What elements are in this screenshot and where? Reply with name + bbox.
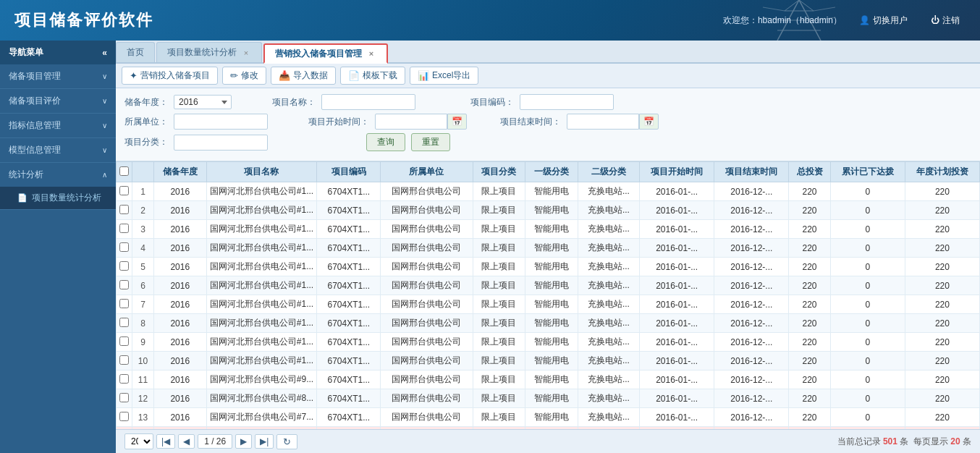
table-row[interactable]: 7 2016 国网河北邢台供电公司#1... 6704XT1... 国网邢台供电…	[117, 295, 980, 314]
row-number: 11	[132, 371, 154, 389]
row-checkbox[interactable]	[119, 393, 129, 402]
sidebar-item-cuxiang[interactable]: 储备项目管理 ∨	[0, 64, 116, 88]
sidebar-item-zhibiao[interactable]: 指标信息管理 ∨	[0, 114, 116, 137]
row-total: 220	[789, 239, 830, 258]
sidebar-item-tongji[interactable]: 统计分析 ∧	[0, 163, 116, 187]
table-row[interactable]: 3 2016 国网河北邢台供电公司#1... 6704XT1... 国网邢台供电…	[117, 220, 980, 239]
row-checkbox[interactable]	[119, 299, 129, 308]
table-row[interactable]: 5 2016 国网河北邢台供电公司#1... 6704XT1... 国网邢台供电…	[117, 258, 980, 276]
table-row[interactable]: 1 2016 国网河北邢台供电公司#1... 6704XT1... 国网邢台供电…	[117, 182, 980, 201]
sidebar-item-moxing[interactable]: 模型信息管理 ∨	[0, 138, 116, 162]
main-layout: 导航菜单 « 储备项目管理 ∨ 储备项目评价 ∨ 指标信息管理 ∨ 模型信息管理	[0, 41, 980, 453]
page-size-select[interactable]: 20 10 50 100	[124, 433, 153, 449]
query-button[interactable]: 查询	[366, 133, 405, 151]
first-page-button[interactable]: |◀	[156, 434, 175, 449]
refresh-button[interactable]: ↻	[276, 434, 297, 449]
row-checkbox-cell[interactable]	[117, 408, 132, 427]
project-code-input[interactable]	[520, 94, 614, 110]
add-project-button[interactable]: ✦ 营销投入储备项目	[122, 67, 218, 85]
row-checkbox-cell[interactable]	[117, 333, 132, 352]
last-page-button[interactable]: ▶|	[255, 434, 274, 449]
table-row[interactable]: 11 2016 国网河北邢台供电公司#9... 6704XT1... 国网邢台供…	[117, 371, 980, 389]
tab-home[interactable]: 首页	[116, 42, 155, 62]
row-checkbox[interactable]	[119, 280, 129, 289]
template-download-button[interactable]: 📄 模板下载	[340, 67, 405, 85]
col-unit: 所属单位	[381, 162, 473, 182]
row-start: 2016-01-...	[640, 371, 714, 389]
row-checkbox-cell[interactable]	[117, 371, 132, 389]
tab-marketing[interactable]: 营销投入储备项目管理 ×	[263, 43, 388, 64]
select-all-checkbox[interactable]	[119, 166, 129, 176]
tab-stats[interactable]: 项目数量统计分析 ×	[156, 42, 262, 62]
row-checkbox-cell[interactable]	[117, 220, 132, 239]
sidebar-sub-item-stats[interactable]: 📄 项目数量统计分析	[0, 187, 116, 209]
row-checkbox-cell[interactable]	[117, 182, 132, 201]
excel-export-button[interactable]: 📊 Excel导出	[410, 67, 478, 85]
table-row[interactable]: 9 2016 国网河北邢台供电公司#1... 6704XT1... 国网邢台供电…	[117, 333, 980, 352]
project-name-input[interactable]	[321, 94, 415, 110]
row-checkbox-cell[interactable]	[117, 201, 132, 220]
import-button[interactable]: 📥 导入数据	[271, 67, 336, 85]
row-checkbox-cell[interactable]	[117, 276, 132, 295]
unit-input[interactable]	[174, 114, 268, 130]
year-select[interactable]: 2016 2015 2017 2018	[174, 95, 232, 109]
table-row[interactable]: 2 2016 国网河北邢台供电公司#1... 6704XT1... 国网邢台供电…	[117, 201, 980, 220]
sidebar-collapse-icon[interactable]: «	[102, 48, 107, 58]
row-checkbox-cell[interactable]	[117, 295, 132, 314]
row-checkbox[interactable]	[119, 412, 129, 421]
table-row[interactable]: 4 2016 国网河北邢台供电公司#1... 6704XT1... 国网邢台供电…	[117, 239, 980, 258]
table-row[interactable]: 12 2016 国网河北邢台供电公司#8... 6704XT1... 国网邢台供…	[117, 389, 980, 408]
row-checkbox-cell[interactable]	[117, 314, 132, 333]
close-tab-stats[interactable]: ×	[241, 48, 251, 58]
prev-page-button[interactable]: ◀	[178, 434, 195, 449]
row-checkbox[interactable]	[119, 186, 129, 195]
row-reached: 0	[830, 182, 905, 201]
row-checkbox[interactable]	[119, 355, 129, 365]
row-code: 6704XT1...	[317, 295, 381, 314]
row-annual: 220	[905, 201, 979, 220]
end-time-input[interactable]	[567, 114, 639, 130]
row-checkbox-cell[interactable]	[117, 239, 132, 258]
row-name: 国网河北邢台供电公司#1...	[206, 182, 317, 201]
table-row[interactable]: 8 2016 国网河北邢台供电公司#1... 6704XT1... 国网邢台供电…	[117, 314, 980, 333]
row-checkbox[interactable]	[119, 205, 129, 214]
row-checkbox[interactable]	[119, 261, 129, 271]
chevron-down-icon: ∨	[102, 122, 107, 130]
reset-button[interactable]: 重置	[411, 133, 450, 151]
close-tab-marketing[interactable]: ×	[366, 48, 376, 59]
row-checkbox-cell[interactable]	[117, 389, 132, 408]
row-cat2: 充换电站...	[578, 295, 639, 314]
col-category: 项目分类	[473, 162, 525, 182]
table-row[interactable]: 10 2016 国网河北邢台供电公司#1... 6704XT1... 国网邢台供…	[117, 352, 980, 371]
search-row-1: 储备年度： 2016 2015 2017 2018 项目名称： 项目编码：	[124, 94, 971, 110]
row-checkbox[interactable]	[119, 374, 129, 384]
table-row[interactable]: 13 2016 国网河北邢台供电公司#7... 6704XT1... 国网邢台供…	[117, 408, 980, 427]
row-reached: 0	[830, 276, 905, 295]
switch-user-button[interactable]: 👤 切换用户	[853, 12, 913, 30]
start-time-input[interactable]	[375, 114, 447, 130]
sidebar-section-tongji: 统计分析 ∧ 📄 项目数量统计分析	[0, 163, 116, 210]
end-calendar-icon[interactable]: 📅	[639, 114, 659, 130]
row-name: 国网河北邢台供电公司#1...	[206, 295, 317, 314]
start-calendar-icon[interactable]: 📅	[447, 114, 467, 130]
row-checkbox-cell[interactable]	[117, 352, 132, 371]
app-header: 项目储备评价软件 欢迎您：hbadmin（hbadmin） 👤 切换用户 ⏻ 注…	[0, 0, 980, 41]
row-end: 2016-12-...	[714, 295, 789, 314]
row-number: 10	[132, 352, 154, 371]
row-unit: 国网邢台供电公司	[381, 182, 473, 201]
row-annual: 220	[905, 258, 979, 276]
row-code: 6704XT1...	[317, 220, 381, 239]
next-page-button[interactable]: ▶	[235, 434, 252, 449]
category-input[interactable]	[174, 135, 268, 151]
row-checkbox[interactable]	[119, 318, 129, 327]
row-unit: 国网邢台供电公司	[381, 201, 473, 220]
table-row[interactable]: 6 2016 国网河北邢台供电公司#1... 6704XT1... 国网邢台供电…	[117, 276, 980, 295]
project-code-label: 项目编码：	[470, 96, 514, 109]
row-checkbox[interactable]	[119, 242, 129, 252]
sidebar-item-pingjia[interactable]: 储备项目评价 ∨	[0, 89, 116, 113]
row-checkbox-cell[interactable]	[117, 258, 132, 276]
logout-button[interactable]: ⏻ 注销	[925, 12, 966, 30]
row-checkbox[interactable]	[119, 224, 129, 233]
edit-button[interactable]: ✏ 修改	[222, 67, 266, 85]
row-checkbox[interactable]	[119, 336, 129, 346]
